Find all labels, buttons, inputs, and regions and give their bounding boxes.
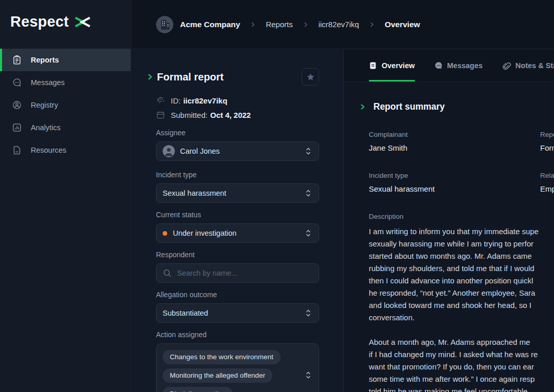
resources-icon <box>12 145 22 155</box>
allegation-outcome-value: Substantiated <box>163 309 208 317</box>
calendar-icon <box>156 110 165 119</box>
summary-fields: Complainant Jane Smith Report type Forma… <box>369 130 554 194</box>
assignee-select[interactable]: Carol Jones <box>156 141 319 161</box>
reports-icon <box>12 55 22 65</box>
action-tag[interactable]: Changes to the work environment <box>163 350 281 364</box>
chevron-right-icon <box>250 22 256 28</box>
description-line: conversation. <box>369 312 554 324</box>
chat-icon <box>434 61 443 70</box>
field-label: Relationship <box>540 171 554 180</box>
description-line: then I could advance into another positi… <box>369 275 554 287</box>
favorite-button[interactable] <box>302 68 319 86</box>
sidebar-item-label: Resources <box>31 146 66 154</box>
assignee-label: Assignee <box>156 129 319 137</box>
tab-bar: Overview Messages Notes & Statements <box>344 50 554 82</box>
report-id-label: ID: <box>171 96 181 105</box>
summary-title: Report summary <box>373 101 445 112</box>
action-assigned-multiselect[interactable]: Changes to the work environment Monitori… <box>156 343 319 392</box>
submitted-value: Oct 4, 2022 <box>210 111 251 119</box>
field-label: Complainant <box>369 130 540 139</box>
chevron-up-down-icon <box>304 370 312 380</box>
paperclip-icon <box>502 61 511 70</box>
chevron-up-down-icon <box>304 229 312 238</box>
sidebar-item-resources[interactable]: Resources <box>0 139 131 161</box>
assignee-avatar <box>163 145 175 157</box>
tab-overview[interactable]: Overview <box>369 50 415 81</box>
chevron-up-down-icon <box>304 308 312 318</box>
search-icon <box>163 269 172 278</box>
sidebar-item-analytics[interactable]: Analytics <box>0 116 131 139</box>
respondent-search-input[interactable] <box>177 269 312 277</box>
summary-field: Relationship Employee <box>540 171 554 194</box>
sidebar-item-messages[interactable]: Messages <box>0 71 131 94</box>
report-details-panel: Formal report ID: iicr82ev7ikq <box>132 50 344 392</box>
sidebar-item-reports[interactable]: Reports <box>0 49 131 71</box>
allegation-outcome-select[interactable]: Substantiated <box>156 303 319 323</box>
field-value: Sexual harassment <box>369 184 540 194</box>
star-icon <box>306 73 315 81</box>
company-avatar <box>156 16 173 33</box>
sidebar-nav: Reports Messages <box>0 49 131 161</box>
submitted-label: Submitted: <box>171 111 208 119</box>
tab-label: Notes & Statements <box>516 61 554 70</box>
summary-field: Complainant Jane Smith <box>369 130 540 153</box>
description-paragraph-1: I am writing to inform you that my immed… <box>369 225 554 324</box>
description-line: I am writing to inform you that my immed… <box>369 225 554 238</box>
description-line: if I had changed my mind. I asked what h… <box>369 348 554 361</box>
current-status-select[interactable]: Under investigation <box>156 223 319 243</box>
tab-label: Messages <box>447 61 483 70</box>
current-status-label: Current status <box>156 211 319 219</box>
incident-type-label: Incident type <box>156 171 319 179</box>
description-line: sexually harassing me while I am trying … <box>369 238 554 250</box>
chevron-right-icon <box>303 22 309 28</box>
current-status-value: Under investigation <box>173 229 236 237</box>
top-header: Acme Company Reports iicr82ev7ikq Overvi… <box>132 0 554 49</box>
field-value: Employee <box>540 184 554 194</box>
document-icon <box>369 61 377 70</box>
description-label: Description <box>369 212 554 221</box>
description-line: he responded, “not yet.” Another employe… <box>369 287 554 299</box>
description-line: About a month ago, Mr. Adams approached … <box>369 336 554 348</box>
sidebar-item-registry[interactable]: Registry <box>0 94 131 116</box>
collapse-chevron-icon[interactable] <box>147 73 153 80</box>
description-paragraph-2: About a month ago, Mr. Adams approached … <box>369 336 554 392</box>
respondent-search[interactable] <box>156 263 319 283</box>
status-dot-icon <box>163 231 167 236</box>
breadcrumb-reports[interactable]: Reports <box>266 20 293 29</box>
sidebar-item-label: Registry <box>31 101 58 109</box>
tab-messages[interactable]: Messages <box>434 50 483 81</box>
sidebar-item-label: Analytics <box>31 123 61 132</box>
description-line: some time with me after work.” I once ag… <box>369 373 554 385</box>
fingerprint-icon <box>156 96 165 105</box>
collapse-chevron-icon[interactable] <box>360 104 366 110</box>
incident-type-value: Sexual harassment <box>163 189 226 197</box>
brand-name: Respect <box>10 13 69 30</box>
tab-label: Overview <box>382 61 415 70</box>
report-id-row: ID: iicr82ev7ikq <box>156 96 319 105</box>
tab-notes-statements[interactable]: Notes & Statements <box>502 50 554 81</box>
action-tag[interactable]: Disciplinary action <box>163 387 233 392</box>
field-value: Jane Smith <box>369 143 540 153</box>
field-label: Incident type <box>369 171 540 180</box>
respondent-label: Respondent <box>156 251 319 259</box>
brand-logo: Respect <box>10 13 92 30</box>
allegation-outcome-label: Allegation outcome <box>156 291 319 299</box>
breadcrumb-report-id[interactable]: iicr82ev7ikq <box>319 20 359 29</box>
registry-icon <box>12 100 22 110</box>
breadcrumb-company[interactable]: Acme Company <box>180 20 240 29</box>
report-title: Formal report <box>157 71 224 83</box>
messages-icon <box>12 77 22 88</box>
description-block: Description I am writing to inform you t… <box>369 212 554 392</box>
description-line: told him he was making me feel uncomfort… <box>369 385 554 392</box>
chevron-up-down-icon <box>304 189 312 198</box>
summary-field: Incident type Sexual harassment <box>369 171 540 194</box>
report-overview-panel: Overview Messages Notes & Statements <box>344 50 554 392</box>
sidebar-item-label: Reports <box>31 56 59 64</box>
report-summary-section: Report summary Complainant Jane Smith Re… <box>344 82 554 392</box>
incident-type-select[interactable]: Sexual harassment <box>156 183 319 203</box>
field-value: Formal <box>540 143 554 153</box>
analytics-icon <box>12 122 22 133</box>
sidebar-item-label: Messages <box>31 78 65 87</box>
description-line: rubbing my shoulders, and told me that i… <box>369 262 554 275</box>
action-tag[interactable]: Monitoring the alleged offender <box>163 368 272 383</box>
